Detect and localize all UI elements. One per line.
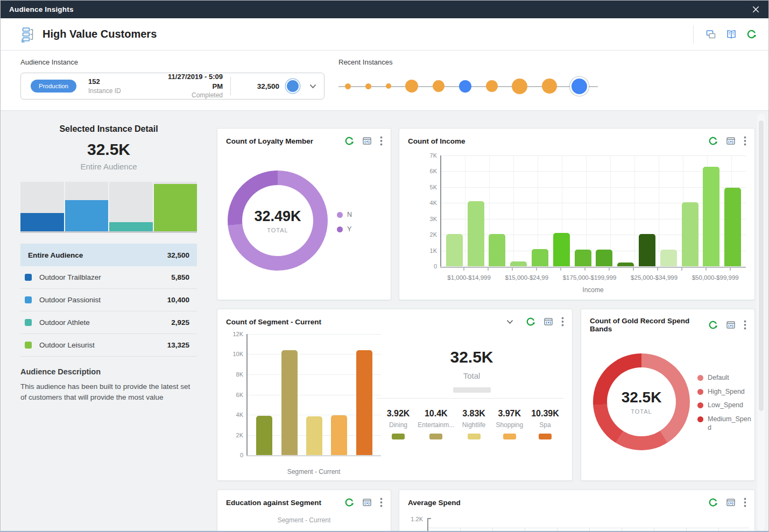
chevron-down-icon[interactable] (309, 84, 316, 89)
kebab-menu-icon[interactable] (561, 317, 564, 327)
audience-list-row[interactable]: Outdoor Athlete2,925 (20, 311, 197, 334)
audience-total-label: Entire Audience (12, 162, 205, 171)
y-tick-label: 6K (419, 168, 437, 174)
income-bar[interactable] (639, 234, 655, 266)
treemap-segment[interactable] (20, 182, 64, 231)
segment-bar[interactable] (306, 416, 322, 455)
refresh-icon[interactable] (746, 29, 757, 39)
legend-item[interactable]: N (337, 211, 352, 219)
income-axis-title: Income (440, 286, 746, 294)
income-bar[interactable] (532, 249, 548, 266)
audience-instance-card[interactable]: Production 152 Instance ID 11/27/2019 - … (20, 73, 324, 100)
donut-center-value: 32.49K (254, 208, 301, 225)
refresh-icon[interactable] (344, 498, 354, 507)
instance-dot[interactable] (486, 80, 498, 92)
scrollbar-thumb[interactable] (759, 120, 764, 411)
segment-stats: 3.92KDining10.4KEntertainm...3.83KNightl… (379, 409, 565, 439)
segment-stat[interactable]: 3.97KShopping (493, 409, 526, 439)
legend-item[interactable]: Medium_Spend (697, 415, 754, 432)
y-tick-label: 5K (419, 184, 437, 190)
kebab-menu-icon[interactable] (380, 136, 383, 146)
kebab-menu-icon[interactable] (380, 498, 383, 507)
income-bar[interactable] (553, 233, 570, 266)
income-bar[interactable] (660, 250, 677, 266)
stat-swatch (503, 434, 516, 439)
instance-dot[interactable] (386, 83, 391, 89)
panel-flash-icon[interactable] (726, 498, 736, 507)
income-bar[interactable] (510, 261, 527, 266)
close-icon[interactable] (752, 5, 760, 13)
income-bar[interactable] (468, 201, 484, 266)
income-bar[interactable] (596, 250, 612, 266)
audience-list-row[interactable]: Outdoor Trailblazer5,850 (20, 266, 197, 289)
segment-label: Outdoor Leisurist (39, 341, 95, 349)
segment-bar[interactable] (356, 350, 372, 455)
duplicate-icon[interactable] (705, 29, 716, 40)
income-bar[interactable] (575, 250, 591, 266)
panel-flash-icon[interactable] (544, 317, 553, 327)
donut-center-label: TOTAL (267, 227, 288, 233)
y-tick-label: 8K (225, 371, 243, 378)
audience-list-row[interactable]: Outdoor Passionist10,400 (20, 289, 197, 311)
instance-dot[interactable] (365, 83, 371, 89)
instance-dot[interactable] (345, 83, 351, 89)
legend-item[interactable]: Y (337, 225, 352, 234)
scrollbar-track[interactable] (757, 114, 765, 531)
kebab-menu-icon[interactable] (744, 498, 746, 507)
y-tick-label: 10K (225, 351, 243, 357)
segment-bar[interactable] (331, 415, 347, 455)
y-tick-label: 0 (225, 452, 243, 458)
income-bar[interactable] (703, 167, 719, 266)
catalog-book-icon[interactable] (726, 29, 737, 40)
segment-total-value: 32.5K (379, 348, 565, 366)
refresh-icon[interactable] (526, 317, 535, 327)
loyalty-donut[interactable]: 32.49K TOTAL (228, 171, 328, 271)
income-bar[interactable] (682, 202, 699, 266)
segment-count: 5,850 (171, 273, 189, 281)
income-bar[interactable] (724, 188, 741, 266)
instance-dot[interactable] (512, 79, 527, 94)
refresh-icon[interactable] (708, 320, 718, 330)
kebab-menu-icon[interactable] (744, 136, 746, 146)
card-title: Count of Loyalty Member (226, 137, 344, 145)
chevron-down-icon[interactable] (506, 320, 513, 324)
panel-flash-icon[interactable] (726, 136, 736, 146)
legend-item[interactable]: Low_Spend (697, 401, 754, 410)
panel-flash-icon[interactable] (362, 136, 372, 146)
segment-bar[interactable] (281, 350, 298, 455)
treemap-segment[interactable] (154, 182, 197, 231)
instance-dot[interactable] (459, 80, 471, 93)
segment-swatch (25, 274, 32, 281)
legend-item[interactable]: Default (697, 374, 754, 382)
y-tick-label: 4K (225, 412, 243, 418)
segment-stat[interactable]: 3.92KDining (382, 409, 414, 439)
instance-dot[interactable] (542, 79, 557, 94)
segment-stat[interactable]: 10.4KEntertainm... (418, 409, 454, 439)
segment-label: Outdoor Passionist (39, 296, 101, 304)
instance-dot-selected[interactable] (572, 79, 587, 94)
instance-dot[interactable] (405, 80, 418, 93)
segment-bar[interactable] (256, 416, 272, 456)
average-spend-card: Average Spend 1.2K (399, 490, 755, 532)
audience-list-row[interactable]: Entire Audience32,500 (20, 244, 197, 266)
segment-stat[interactable]: 3.83KNightlife (458, 409, 490, 439)
income-bar[interactable] (489, 234, 505, 266)
income-bar[interactable] (446, 234, 463, 266)
gold-donut[interactable]: 32.5K TOTAL (593, 353, 690, 450)
audience-icon (21, 26, 37, 42)
treemap-segment[interactable] (109, 182, 153, 231)
income-bar[interactable] (617, 263, 634, 266)
refresh-icon[interactable] (708, 498, 718, 507)
refresh-icon[interactable] (344, 136, 354, 146)
segment-stat[interactable]: 10.39KSpa (529, 409, 561, 439)
legend-item[interactable]: High_Spend (697, 388, 754, 396)
audience-list-row[interactable]: Outdoor Leisurist13,325 (20, 334, 197, 357)
panel-flash-icon[interactable] (362, 498, 372, 507)
audience-total: 32.5K (12, 140, 205, 159)
panel-flash-icon[interactable] (726, 320, 736, 330)
recent-instances-label: Recent Instances (338, 58, 598, 66)
instance-dot[interactable] (433, 80, 445, 92)
refresh-icon[interactable] (708, 136, 718, 146)
kebab-menu-icon[interactable] (744, 320, 746, 330)
treemap-segment[interactable] (65, 182, 109, 231)
